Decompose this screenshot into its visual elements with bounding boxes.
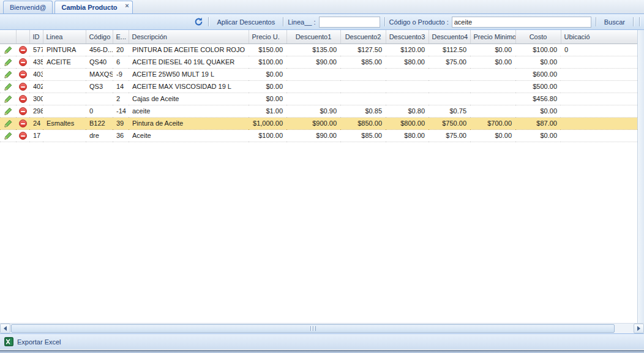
grid-view: IDLineaCódigoE...DescripciónPrecio U.Des… [0, 30, 637, 323]
cell: QS3 [86, 80, 113, 93]
column-header-id[interactable]: ID [29, 30, 43, 44]
edit-icon[interactable] [4, 119, 13, 128]
column-header-icon[interactable] [0, 30, 16, 44]
edit-icon[interactable] [4, 45, 13, 55]
cell: $0.00 [249, 93, 286, 105]
column-header-e-[interactable]: E... [113, 30, 129, 44]
cell: $800.00 [386, 117, 429, 129]
delete-icon[interactable] [19, 132, 27, 140]
cell: $135.00 [286, 44, 340, 56]
edit-icon[interactable] [4, 131, 13, 140]
column-header-descuento4[interactable]: Descuento4 [429, 30, 470, 44]
delete-icon[interactable] [19, 95, 27, 103]
refresh-icon[interactable] [193, 17, 204, 28]
delete-icon[interactable] [19, 70, 27, 78]
cell: $80.00 [386, 56, 429, 68]
linea-label: Linea__ : [288, 18, 315, 26]
cell: dre [86, 129, 113, 142]
column-header-descuento2[interactable]: Descuento2 [340, 30, 386, 44]
linea-input[interactable] [319, 17, 380, 28]
cell: Pintura de Aceite [129, 117, 249, 129]
toolbar-separator [639, 17, 640, 26]
toolbar-separator [208, 17, 209, 26]
delete-icon[interactable] [19, 83, 27, 91]
tab-cambia-producto[interactable]: Cambia Producto × [54, 1, 132, 13]
cell [470, 80, 515, 93]
table-row[interactable]: 403MAXQS-9ACEITE 25W50 MULT 19 L$0.00$60… [0, 68, 637, 80]
cell: B122 [86, 117, 113, 129]
cell [386, 93, 429, 105]
table-row[interactable]: 435ACEITEQS406ACEITE DIESEL 40 19L QUAKE… [0, 56, 637, 68]
cell: $0.00 [249, 80, 286, 93]
cell: $0.00 [470, 56, 515, 68]
table-row[interactable]: 402QS314ACEITE MAX VISCOSIDAD 19 L$0.00$… [0, 80, 637, 93]
column-header-descripci-n[interactable]: Descripción [129, 30, 249, 44]
cell: ACEITE 25W50 MULT 19 L [129, 68, 249, 80]
horizontal-scrollbar[interactable] [0, 323, 644, 333]
cell: $0.00 [249, 68, 286, 80]
vertical-scrollbar[interactable] [637, 30, 644, 323]
buscar-button[interactable]: Buscar [601, 17, 629, 27]
cell: PINTURA [43, 44, 86, 56]
cell [429, 68, 470, 80]
aplicar-descuentos-button[interactable]: Aplicar Descuentos [213, 17, 279, 27]
table-row[interactable]: 3002Cajas de Aceite$0.00$456.80 [0, 93, 637, 105]
table-row[interactable]: 24EsmaltesB12239Pintura de Aceite$1,000.… [0, 117, 637, 129]
cell: 20 [113, 44, 129, 56]
delete-cell [16, 68, 29, 80]
column-header-ubicaci-[interactable]: Ubicació [561, 30, 637, 44]
edit-icon[interactable] [4, 107, 13, 116]
table-row[interactable]: 17dre36Aceite$100.00$90.00$85.00$80.00$7… [0, 129, 637, 142]
table-row[interactable]: 2980-14aceite$1.00$0.90$0.85$0.80$0.75$0… [0, 105, 637, 117]
column-header-c-digo[interactable]: Código [86, 30, 113, 44]
cell: $850.00 [340, 117, 386, 129]
tab-close-icon[interactable]: × [125, 2, 129, 9]
delete-icon[interactable] [19, 46, 27, 54]
exportar-excel-button[interactable]: Exportar Excel [17, 338, 61, 346]
cell [43, 129, 86, 142]
cell: $127.50 [340, 44, 386, 56]
cell [561, 129, 637, 142]
tab-bienvenida[interactable]: Bienvenid@ [3, 1, 53, 13]
cell: aceite [129, 105, 249, 117]
edit-icon[interactable] [4, 70, 13, 79]
cell: 2 [113, 93, 129, 105]
cell [561, 56, 637, 68]
column-header-descuento1[interactable]: Descuento1 [286, 30, 340, 44]
cell: $1,000.00 [249, 117, 286, 129]
column-header-precio-minimo[interactable]: Precio Minimo [470, 30, 515, 44]
delete-icon[interactable] [19, 107, 27, 115]
toolbar: Aplicar Descuentos Linea__ : Código o Pr… [0, 14, 644, 30]
scroll-right-button[interactable] [634, 324, 644, 333]
cell: 24 [29, 117, 43, 129]
delete-cell [16, 93, 29, 105]
edit-cell [0, 117, 16, 129]
edit-icon[interactable] [4, 82, 13, 91]
cell: 402 [29, 80, 43, 93]
cell: $0.00 [515, 129, 561, 142]
column-header-precio-u-[interactable]: Precio U. [249, 30, 286, 44]
column-header-descuento3[interactable]: Descuento3 [386, 30, 429, 44]
table-row[interactable]: 577PINTURA456-D...20PINTURA DE ACEITE CO… [0, 44, 637, 56]
cell: $0.85 [340, 105, 386, 117]
scrollbar-track[interactable] [10, 324, 634, 333]
cell: $150.00 [249, 44, 286, 56]
cell: $0.75 [429, 105, 470, 117]
edit-cell [0, 129, 16, 142]
scroll-left-button[interactable] [0, 324, 10, 333]
column-header-costo[interactable]: Costo [515, 30, 561, 44]
delete-icon[interactable] [19, 120, 27, 127]
cell [286, 80, 340, 93]
delete-icon[interactable] [19, 58, 27, 66]
cell: $80.00 [386, 129, 429, 142]
edit-icon[interactable] [4, 94, 13, 104]
column-header-linea[interactable]: Linea [43, 30, 86, 44]
cell: $1.00 [249, 105, 286, 117]
column-header-icon[interactable] [16, 30, 29, 44]
scrollbar-thumb[interactable] [11, 324, 615, 333]
edit-icon[interactable] [4, 58, 13, 67]
cell [340, 68, 386, 80]
cell: $700.00 [470, 117, 515, 129]
codigo-producto-input[interactable] [452, 17, 591, 28]
cell: 403 [29, 68, 43, 80]
